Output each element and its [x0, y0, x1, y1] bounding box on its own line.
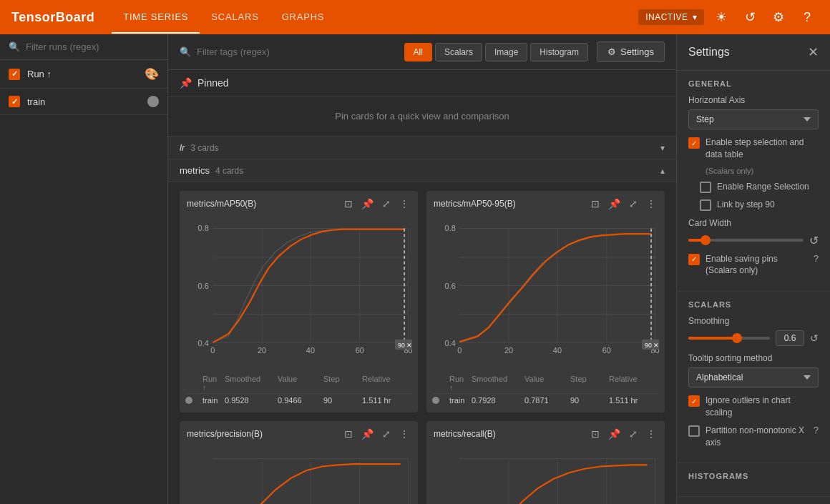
expand-icon-2[interactable]: ⊡ [590, 197, 601, 211]
table-header: Run ↑ Smoothed Value Step Relative [185, 373, 412, 394]
nav-tab-graphs[interactable]: GRAPHS [270, 1, 336, 34]
more-icon-4[interactable]: ⋮ [645, 427, 658, 441]
enable-range-label: Enable Range Selection [717, 181, 809, 193]
row-run-2: train [449, 396, 469, 405]
card-width-reset-icon[interactable]: ↺ [809, 234, 819, 247]
filter-btn-histogram[interactable]: Histogram [530, 43, 588, 61]
nav-tab-timeseries[interactable]: TIME SERIES [112, 1, 200, 34]
svg-text:60: 60 [356, 346, 364, 355]
chart-svg-map50: 0.8 0.6 0.4 0 20 40 60 80 [185, 219, 412, 362]
card-precision-chart: 0.4 0 20 40 60 80 [180, 447, 418, 504]
svg-text:0.8: 0.8 [445, 224, 456, 232]
more-icon-3[interactable]: ⋮ [398, 427, 411, 441]
filter-btn-scalars[interactable]: Scalars [435, 43, 482, 61]
card-width-track[interactable] [688, 239, 804, 242]
main-layout: 🔍 Run ↑ 🎨 train 🔍 All Scalars Image [0, 34, 830, 504]
filter-btn-all[interactable]: All [404, 43, 432, 61]
card-width-label: Card Width [688, 218, 819, 228]
smoothing-track[interactable] [688, 337, 770, 340]
expand-icon-3[interactable]: ⊡ [343, 427, 354, 441]
train-color-dot[interactable] [147, 96, 159, 107]
nav-tab-scalars[interactable]: SCALARS [200, 1, 270, 34]
smoothing-reset-icon[interactable]: ↺ [810, 332, 819, 344]
inactive-badge[interactable]: INACTIVE ▾ [638, 9, 704, 25]
smoothing-thumb[interactable] [732, 333, 742, 343]
link-by-step-checkbox-row: Link by step 90 [700, 199, 819, 211]
smoothing-value-input[interactable] [776, 330, 804, 346]
svg-text:0.6: 0.6 [198, 282, 209, 290]
svg-text:0: 0 [457, 346, 462, 355]
enable-pins-checkbox[interactable] [688, 254, 700, 265]
inactive-label: INACTIVE [645, 12, 688, 22]
link-by-step-label: Link by step 90 [717, 199, 775, 211]
expand-icon[interactable]: ⊡ [343, 197, 354, 211]
more-icon-2[interactable]: ⋮ [645, 197, 658, 211]
dropdown-icon: ▾ [693, 12, 698, 22]
fullscreen-icon-3[interactable]: ⤢ [381, 427, 392, 441]
help-icon-partition: ? [814, 425, 819, 435]
content-area: 🔍 All Scalars Image Histogram ⚙ Settings… [168, 34, 676, 504]
metrics-chevron-icon: ▴ [660, 166, 665, 176]
pin-card-icon-4[interactable]: 📌 [607, 427, 622, 441]
lr-section-header[interactable]: lr 3 cards ▾ [168, 137, 676, 159]
link-by-step-checkbox[interactable] [700, 199, 711, 211]
train-checkbox[interactable] [9, 96, 20, 107]
card-map50-table: Run ↑ Smoothed Value Step Relative train… [180, 370, 418, 412]
theme-button[interactable]: ☀ [710, 6, 733, 29]
row-step-2: 90 [570, 396, 606, 405]
run-item-train: train [0, 89, 167, 115]
run-checkbox[interactable] [9, 69, 20, 80]
settings-panel-header: Settings ✕ [677, 34, 830, 71]
pin-card-icon-2[interactable]: 📌 [607, 197, 622, 211]
palette-icon[interactable]: 🎨 [145, 67, 159, 81]
fullscreen-icon-4[interactable]: ⤢ [628, 427, 639, 441]
partition-nonmonotonic-checkbox[interactable] [688, 425, 700, 437]
partition-nonmonotonic-label: Partition non-monotonic X axis [706, 425, 806, 449]
expand-icon-4[interactable]: ⊡ [590, 427, 601, 441]
fullscreen-icon-2[interactable]: ⤢ [628, 197, 639, 211]
lr-chevron-icon: ▾ [660, 143, 665, 153]
svg-text:60: 60 [602, 346, 611, 355]
chart-svg-recall: 0.4 0 20 40 60 80 [432, 450, 659, 504]
card-map50-header: metrics/mAP50(B) ⊡ 📌 ⤢ ⋮ [180, 191, 418, 217]
card-map5095-header: metrics/mAP50-95(B) ⊡ 📌 ⤢ ⋮ [426, 191, 665, 217]
horizontal-axis-dropdown[interactable]: Step Relative Wall [688, 109, 819, 129]
ignore-outliers-checkbox[interactable] [688, 395, 700, 407]
col-run: Run ↑ [202, 375, 222, 392]
settings-open-button[interactable]: ⚙ Settings [597, 41, 665, 62]
pin-card-icon[interactable]: 📌 [360, 197, 375, 211]
pin-card-icon-3[interactable]: 📌 [360, 427, 375, 441]
filter-search-input[interactable] [197, 46, 396, 57]
svg-text:90 ✕: 90 ✕ [645, 342, 659, 349]
refresh-button[interactable]: ↺ [738, 6, 761, 29]
enable-step-checkbox[interactable] [688, 137, 700, 149]
row-relative: 1.511 hr [362, 396, 412, 405]
metrics-count: 4 cards [215, 166, 243, 176]
enable-range-checkbox[interactable] [700, 182, 711, 193]
sidebar-search-input[interactable] [26, 41, 159, 52]
help-button[interactable]: ? [796, 6, 819, 29]
col-relative: Relative [362, 375, 412, 392]
more-icon[interactable]: ⋮ [398, 197, 411, 211]
nav-right: INACTIVE ▾ ☀ ↺ ⚙ ? [638, 6, 819, 29]
enable-pins-label: Enable saving pins (Scalars only) [706, 253, 806, 277]
main-scroll[interactable]: 📌 Pinned Pin cards for a quick view and … [168, 70, 676, 504]
card-width-thumb[interactable] [700, 235, 711, 245]
smoothing-row: ↺ [688, 330, 819, 346]
filter-buttons: All Scalars Image Histogram [404, 43, 588, 61]
card-width-slider-row: ↺ [688, 234, 819, 247]
settings-nav-button[interactable]: ⚙ [767, 6, 790, 29]
cards-grid: metrics/mAP50(B) ⊡ 📌 ⤢ ⋮ [168, 182, 676, 504]
svg-text:20: 20 [504, 346, 513, 355]
tooltip-sort-dropdown[interactable]: Alphabetical Ascending Descending Defaul… [688, 367, 819, 387]
metrics-label: metrics [180, 165, 210, 176]
tooltip-sort-label: Tooltip sorting method [688, 353, 819, 363]
table-header-2: Run ↑ Smoothed Value Step Relative [432, 373, 659, 394]
pin-placeholder: Pin cards for a quick view and compariso… [168, 97, 676, 137]
filter-btn-image[interactable]: Image [485, 43, 527, 61]
metrics-section-header[interactable]: metrics 4 cards ▴ [168, 159, 676, 182]
settings-close-button[interactable]: ✕ [808, 44, 819, 60]
fullscreen-icon[interactable]: ⤢ [381, 197, 392, 211]
row-run: train [202, 396, 222, 405]
enable-step-row: Enable step selection and data table (Sc… [688, 137, 819, 211]
